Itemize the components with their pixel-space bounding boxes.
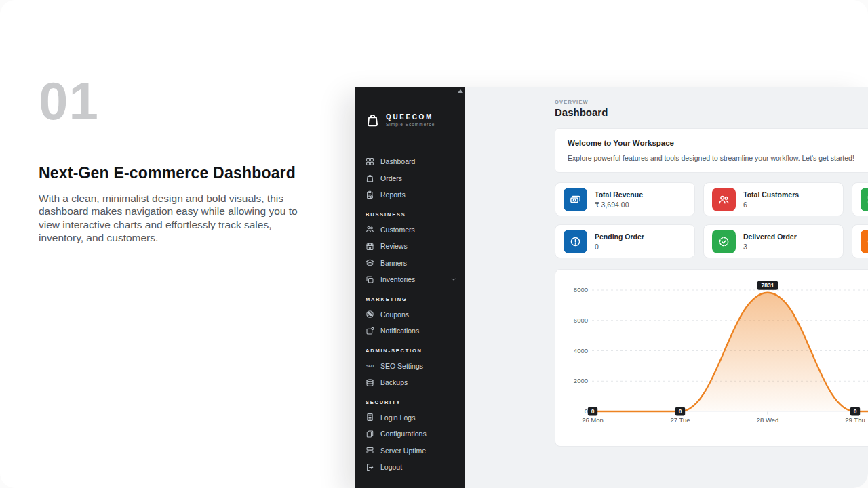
sidebar-item-label: Reports (380, 190, 406, 199)
sidebar-item-label: SEO Settings (380, 362, 423, 370)
scrollbar-up-arrow-icon[interactable] (458, 89, 463, 93)
sidebar: QUEECOM Simple Ecommerce DashboardOrders… (355, 87, 465, 488)
sidebar-item-label: Configurations (380, 430, 427, 438)
chart-point-badge: 0 (850, 407, 860, 416)
sidebar-item-label: Dashboard (380, 157, 415, 165)
slide-title: Next-Gen E-commerce Dashboard (39, 164, 296, 182)
sidebar-item-orders[interactable]: Orders (366, 170, 457, 187)
server-uptime-icon (366, 446, 374, 455)
page-overline: OVERVIEW (555, 99, 868, 105)
svg-text:8000: 8000 (574, 286, 588, 293)
stat-card-total-revenue[interactable]: Total Revenue₹ 3,694.00 (555, 182, 695, 216)
sidebar-item-label: Customers (380, 226, 415, 234)
sidebar-item-label: Reviews (380, 242, 408, 250)
chevron-down-icon[interactable] (450, 276, 457, 283)
sidebar-item-login-logs[interactable]: Login Logs (366, 409, 457, 426)
brand-logo[interactable]: QUEECOM Simple Ecommerce (366, 113, 456, 127)
stat-card-partial[interactable] (852, 224, 868, 258)
svg-text:7831: 7831 (762, 282, 774, 289)
sidebar-item-inventories[interactable]: Inventories (366, 271, 457, 288)
reports-icon (366, 190, 374, 199)
sidebar-item-label: Notifications (380, 327, 419, 335)
stat-label: Total Customers (743, 190, 799, 199)
svg-text:27 Tue: 27 Tue (670, 416, 690, 424)
svg-text:4000: 4000 (574, 347, 588, 354)
sidebar-item-reviews[interactable]: Reviews (366, 238, 457, 255)
coupons-icon (366, 310, 374, 319)
stat-card-partial[interactable] (852, 182, 868, 216)
seo-icon: SEO (366, 361, 374, 370)
grid-icon (861, 188, 868, 211)
notifications-icon (366, 327, 374, 336)
sidebar-item-notifications[interactable]: Notifications (366, 323, 457, 340)
welcome-card: Welcome to Your Workspace Explore powerf… (555, 128, 868, 173)
dashboard-window: QUEECOM Simple Ecommerce DashboardOrders… (355, 87, 868, 488)
sidebar-item-label: Logout (380, 463, 402, 471)
sidebar-item-label: Orders (380, 174, 402, 182)
sidebar-item-backups[interactable]: Backups (366, 374, 457, 391)
sidebar-item-label: Server Uptime (380, 447, 426, 455)
stat-label: Total Revenue (595, 190, 643, 199)
sidebar-item-label: Coupons (380, 310, 409, 319)
svg-text:0: 0 (591, 408, 595, 415)
svg-text:SEO: SEO (366, 364, 374, 368)
sidebar-item-customers[interactable]: Customers (366, 222, 457, 239)
sidebar-nav: DashboardOrdersReportsBUSSINESSCustomers… (355, 153, 465, 476)
svg-text:6000: 6000 (574, 317, 588, 324)
banners-icon (366, 258, 374, 267)
sidebar-section-heading: ADMIN-SECTION (366, 348, 457, 354)
chart-point-badge: 7831 (757, 281, 778, 290)
logout-icon (366, 463, 374, 472)
svg-text:0: 0 (585, 407, 588, 415)
svg-text:2000: 2000 (574, 377, 588, 384)
stat-value: 0 (595, 243, 644, 251)
stat-value: 6 (743, 201, 799, 209)
svg-text:29 Thu: 29 Thu (845, 416, 865, 424)
slide-number: 01 (39, 75, 99, 127)
sidebar-item-server-uptime[interactable]: Server Uptime (366, 443, 457, 460)
check-circle-icon (712, 230, 736, 253)
sidebar-item-coupons[interactable]: Coupons (366, 306, 457, 323)
stat-value: ₹ 3,694.00 (595, 201, 643, 209)
inventories-icon (366, 275, 374, 284)
login-logs-icon (366, 413, 374, 422)
brand-tagline: Simple Ecommerce (386, 122, 435, 127)
sidebar-section-heading: BUSSINESS (366, 211, 457, 218)
sidebar-section-heading: SECURITY (366, 399, 457, 405)
sidebar-item-label: Inventories (380, 275, 415, 283)
sidebar-item-reports[interactable]: Reports (366, 186, 457, 203)
sidebar-item-seo-settings[interactable]: SEOSEO Settings (366, 358, 457, 375)
sidebar-item-banners[interactable]: Banners (366, 255, 457, 272)
svg-text:0: 0 (854, 408, 857, 415)
configurations-icon (366, 430, 374, 439)
cash-icon (564, 188, 587, 211)
stats-grid: Total Revenue₹ 3,694.00Total Customers6P… (555, 182, 868, 258)
stat-card-total-customers[interactable]: Total Customers6 (703, 182, 844, 216)
reviews-icon (366, 242, 374, 251)
sidebar-section-heading: MARKETING (366, 296, 457, 302)
dashboard-icon (366, 157, 374, 166)
chart-point-badge: 0 (675, 407, 685, 416)
shopping-bag-icon (366, 113, 380, 127)
svg-text:0: 0 (679, 408, 682, 415)
brand-name: QUEECOM (386, 113, 435, 121)
stat-card-pending-order[interactable]: Pending Order0 (555, 224, 695, 258)
clock-alert-icon (564, 230, 587, 253)
customers-icon (366, 225, 374, 234)
sidebar-item-logout[interactable]: Logout (366, 459, 457, 476)
processing-icon (861, 230, 868, 253)
users-icon (712, 188, 736, 211)
stat-card-delivered-order[interactable]: Delivered Order3 (703, 224, 844, 258)
sidebar-item-configurations[interactable]: Configurations (366, 426, 457, 443)
chart-point-badge: 0 (588, 407, 597, 416)
sidebar-item-label: Banners (380, 259, 407, 267)
sales-chart-card: 0200040006000800026 Mon27 Tue28 Wed29 Th… (555, 269, 868, 447)
welcome-message: Explore powerful features and tools desi… (568, 154, 868, 162)
sidebar-item-dashboard[interactable]: Dashboard (366, 153, 457, 170)
sidebar-item-label: Login Logs (380, 413, 415, 422)
welcome-title: Welcome to Your Workspace (568, 139, 868, 147)
orders-icon (366, 174, 374, 182)
stat-label: Delivered Order (743, 232, 797, 241)
stat-label: Pending Order (595, 232, 644, 241)
sales-area-chart[interactable]: 0200040006000800026 Mon27 Tue28 Wed29 Th… (565, 281, 868, 438)
